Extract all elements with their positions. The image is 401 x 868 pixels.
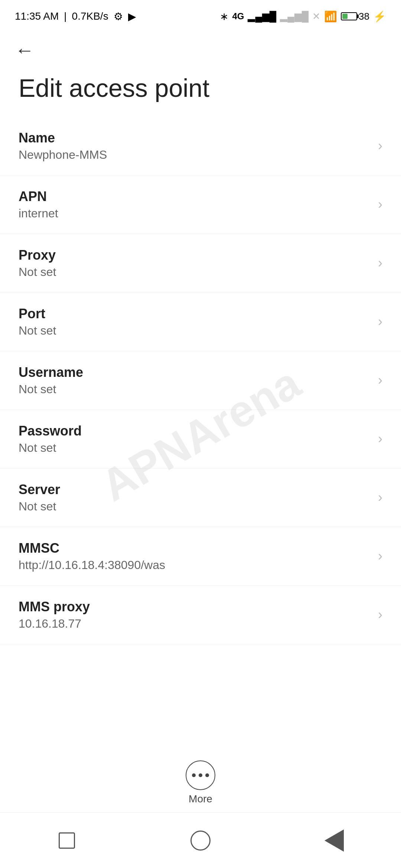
- item-content-mms-proxy: MMS proxy 10.16.18.77: [19, 599, 371, 631]
- item-content-port: Port Not set: [19, 306, 371, 338]
- bolt-icon: ⚡: [373, 10, 386, 23]
- more-dot-2: [199, 773, 202, 777]
- status-bar: 11:35 AM | 0.7KB/s ⚙ ▶ ∗ 4G ▂▄▆█ ▂▄▆█ ✕ …: [0, 0, 401, 30]
- nav-recent-icon: [59, 832, 75, 849]
- chevron-right-icon: ›: [378, 607, 382, 622]
- list-item[interactable]: Proxy Not set ›: [0, 234, 401, 293]
- item-content-name: Name Newphone-MMS: [19, 130, 371, 162]
- item-label-password: Password: [19, 423, 371, 439]
- list-item[interactable]: Password Not set ›: [0, 410, 401, 468]
- list-item[interactable]: Username Not set ›: [0, 351, 401, 410]
- video-icon: ▶: [128, 10, 136, 23]
- more-dots-icon: [192, 773, 209, 777]
- back-button-area: ←: [0, 30, 401, 67]
- nav-home-button[interactable]: [186, 826, 215, 855]
- signal-bars-2-icon: ▂▄▆█: [280, 11, 309, 22]
- list-item[interactable]: Name Newphone-MMS ›: [0, 117, 401, 175]
- nav-home-icon: [190, 831, 211, 851]
- item-value-proxy: Not set: [19, 265, 371, 279]
- more-label: More: [189, 793, 212, 805]
- chevron-right-icon: ›: [378, 431, 382, 447]
- item-label-port: Port: [19, 306, 371, 322]
- more-dot-3: [205, 773, 209, 777]
- list-item[interactable]: APN internet ›: [0, 175, 401, 234]
- item-value-name: Newphone-MMS: [19, 148, 371, 162]
- nav-bar: [0, 812, 401, 868]
- chevron-right-icon: ›: [378, 138, 382, 154]
- chevron-right-icon: ›: [378, 197, 382, 212]
- list-item[interactable]: Server Not set ›: [0, 468, 401, 527]
- separator: |: [64, 10, 66, 22]
- more-dot-1: [192, 773, 196, 777]
- settings-icon: ⚙: [114, 10, 123, 23]
- item-value-mmsc: http://10.16.18.4:38090/was: [19, 558, 371, 572]
- item-value-username: Not set: [19, 382, 371, 396]
- list-item[interactable]: MMSC http://10.16.18.4:38090/was ›: [0, 527, 401, 586]
- chevron-right-icon: ›: [378, 490, 382, 505]
- item-value-password: Not set: [19, 441, 371, 455]
- nav-recent-button[interactable]: [52, 826, 82, 855]
- item-label-apn: APN: [19, 189, 371, 204]
- settings-list: Name Newphone-MMS › APN internet › Proxy…: [0, 117, 401, 644]
- item-value-port: Not set: [19, 324, 371, 338]
- signal-bars-icon: ▂▄▆█: [248, 11, 276, 22]
- status-right: ∗ 4G ▂▄▆█ ▂▄▆█ ✕ 📶 38 ⚡: [220, 10, 386, 23]
- signal-x-icon: ✕: [312, 11, 320, 22]
- item-content-mmsc: MMSC http://10.16.18.4:38090/was: [19, 540, 371, 572]
- item-label-server: Server: [19, 482, 371, 497]
- item-label-proxy: Proxy: [19, 247, 371, 263]
- list-item[interactable]: MMS proxy 10.16.18.77 ›: [0, 586, 401, 644]
- battery-fill: [342, 14, 348, 19]
- status-left: 11:35 AM | 0.7KB/s ⚙ ▶: [15, 10, 136, 23]
- item-label-username: Username: [19, 365, 371, 380]
- item-label-mms-proxy: MMS proxy: [19, 599, 371, 615]
- nav-back-icon: [325, 829, 344, 852]
- list-item[interactable]: Port Not set ›: [0, 293, 401, 351]
- battery-percent: 38: [359, 11, 369, 22]
- item-value-mms-proxy: 10.16.18.77: [19, 617, 371, 631]
- item-content-password: Password Not set: [19, 423, 371, 455]
- item-content-apn: APN internet: [19, 189, 371, 220]
- chevron-right-icon: ›: [378, 314, 382, 329]
- battery-box: 38: [341, 11, 369, 22]
- item-value-server: Not set: [19, 500, 371, 513]
- wifi-icon: 📶: [324, 10, 337, 23]
- speed-display: 0.7KB/s: [72, 10, 108, 22]
- time-display: 11:35 AM: [15, 10, 59, 22]
- item-content-server: Server Not set: [19, 482, 371, 513]
- item-label-mmsc: MMSC: [19, 540, 371, 556]
- item-value-apn: internet: [19, 207, 371, 220]
- back-button[interactable]: ←: [15, 39, 34, 61]
- more-circle-icon: [186, 760, 215, 790]
- signal-4g-icon: 4G: [232, 11, 244, 22]
- battery-icon: [341, 12, 357, 20]
- item-label-name: Name: [19, 130, 371, 146]
- nav-back-button[interactable]: [319, 826, 349, 855]
- chevron-right-icon: ›: [378, 255, 382, 271]
- bluetooth-icon: ∗: [220, 10, 228, 23]
- chevron-right-icon: ›: [378, 372, 382, 388]
- page-title: Edit access point: [0, 67, 401, 117]
- more-button[interactable]: More: [186, 760, 215, 805]
- item-content-proxy: Proxy Not set: [19, 247, 371, 279]
- chevron-right-icon: ›: [378, 548, 382, 564]
- item-content-username: Username Not set: [19, 365, 371, 396]
